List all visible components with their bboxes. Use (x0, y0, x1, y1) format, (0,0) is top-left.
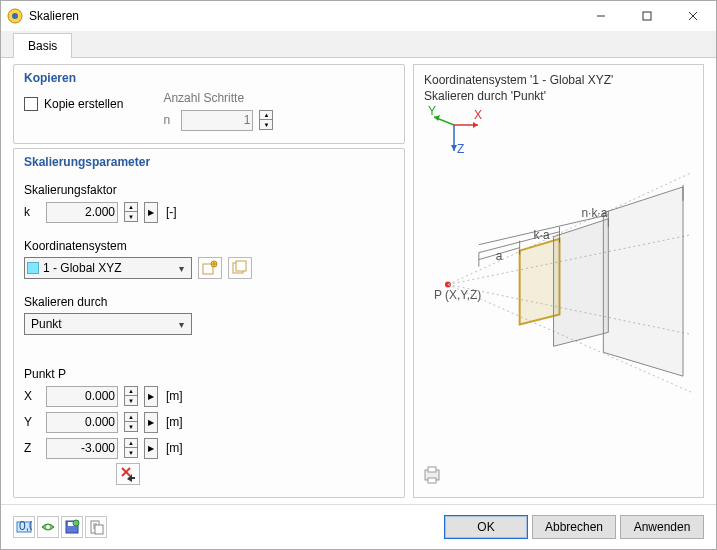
svg-rect-11 (236, 261, 246, 271)
app-icon (7, 8, 23, 24)
coordsys-combo[interactable]: 1 - Global XYZ ▾ (24, 257, 192, 279)
x-label: X (24, 389, 40, 403)
y-unit: [m] (166, 415, 183, 429)
scalefactor-label: Skalierungsfaktor (24, 183, 394, 197)
titlebar: Skalieren (1, 1, 716, 31)
svg-rect-56 (95, 525, 103, 534)
tab-basis[interactable]: Basis (13, 33, 72, 58)
print-preview-button[interactable] (422, 464, 444, 489)
scaleby-combo[interactable]: Punkt ▾ (24, 313, 192, 335)
k-field[interactable]: 2.000 (46, 202, 118, 223)
coordsys-swatch-icon (27, 262, 39, 274)
close-button[interactable] (670, 1, 716, 31)
cancel-button[interactable]: Abbrechen (532, 515, 616, 539)
k-spinner[interactable]: ▲▼ (124, 202, 138, 222)
y-field[interactable]: 0.000 (46, 412, 118, 433)
save-button[interactable] (61, 516, 83, 538)
svg-rect-44 (428, 467, 436, 472)
z-field[interactable]: -3.000 (46, 438, 118, 459)
units-button[interactable]: 0,00 (13, 516, 35, 538)
svg-text:P (X,Y,Z): P (X,Y,Z) (434, 289, 481, 303)
left-column: Kopieren Kopie erstellen Anzahl Schritte… (13, 64, 405, 498)
z-label: Z (24, 441, 40, 455)
svg-text:k·a: k·a (534, 228, 550, 242)
preview-title: Koordinatensystem '1 - Global XYZ' Skali… (424, 73, 693, 104)
preview-panel: Koordinatensystem '1 - Global XYZ' Skali… (413, 64, 704, 498)
group-scaling-params: Skalierungsparameter Skalierungsfaktor k… (13, 148, 405, 498)
scale-dialog: Skalieren Basis Kopieren Kopie erstellen (0, 0, 717, 550)
svg-marker-30 (554, 219, 609, 347)
footer: 0,00 OK Abbrechen Anwenden (1, 504, 716, 549)
svg-text:Y: Y (428, 105, 436, 118)
ok-button[interactable]: OK (444, 515, 528, 539)
k-unit: [-] (166, 205, 177, 219)
svg-marker-15 (473, 122, 478, 128)
z-step-button[interactable]: ▶ (144, 438, 158, 459)
n-label: n (163, 113, 175, 127)
scaleby-label: Skalieren durch (24, 295, 394, 309)
z-spinner[interactable]: ▲▼ (124, 438, 138, 458)
z-unit: [m] (166, 441, 183, 455)
x-unit: [m] (166, 389, 183, 403)
group-copy: Kopieren Kopie erstellen Anzahl Schritte… (13, 64, 405, 144)
dialog-body: Kopieren Kopie erstellen Anzahl Schritte… (1, 58, 716, 504)
chevron-down-icon: ▾ (173, 319, 189, 330)
svg-text:Z: Z (457, 142, 464, 156)
svg-rect-45 (428, 478, 436, 483)
y-spinner[interactable]: ▲▼ (124, 412, 138, 432)
create-copy-checkbox[interactable] (24, 97, 38, 111)
svg-point-51 (73, 520, 79, 526)
x-field[interactable]: 0.000 (46, 386, 118, 407)
create-copy-label: Kopie erstellen (44, 97, 123, 111)
svg-text:n·k·a: n·k·a (581, 206, 607, 220)
svg-marker-31 (603, 187, 683, 376)
minimize-button[interactable] (578, 1, 624, 31)
pointP-label: Punkt P (24, 367, 394, 381)
svg-text:a: a (496, 249, 503, 263)
axes-icon: X Y Z (424, 105, 484, 165)
group-copy-legend: Kopieren (14, 65, 404, 87)
chevron-down-icon: ▾ (173, 263, 189, 274)
apply-to-model-button[interactable] (37, 516, 59, 538)
scaling-diagram: P (X,Y,Z) (434, 165, 693, 394)
svg-rect-3 (643, 12, 651, 20)
n-field[interactable]: 1 (181, 110, 253, 131)
group-scaling-legend: Skalierungsparameter (14, 149, 404, 171)
apply-button[interactable]: Anwenden (620, 515, 704, 539)
coordsys-label: Koordinatensystem (24, 239, 394, 253)
maximize-button[interactable] (624, 1, 670, 31)
y-label: Y (24, 415, 40, 429)
y-step-button[interactable]: ▶ (144, 412, 158, 433)
svg-text:0,00: 0,00 (19, 519, 32, 533)
svg-point-1 (12, 13, 18, 19)
x-spinner[interactable]: ▲▼ (124, 386, 138, 406)
steps-label: Anzahl Schritte (163, 91, 273, 105)
svg-text:X: X (474, 108, 482, 122)
svg-point-48 (46, 525, 50, 529)
pick-point-button[interactable] (116, 463, 140, 485)
tabstrip: Basis (1, 31, 716, 58)
k-label: k (24, 205, 40, 219)
coordsys-library-button[interactable] (228, 257, 252, 279)
x-step-button[interactable]: ▶ (144, 386, 158, 407)
n-spinner[interactable]: ▲▼ (259, 110, 273, 130)
new-coordsys-button[interactable] (198, 257, 222, 279)
report-button[interactable] (85, 516, 107, 538)
window-title: Skalieren (29, 9, 578, 23)
k-step-button[interactable]: ▶ (144, 202, 158, 223)
